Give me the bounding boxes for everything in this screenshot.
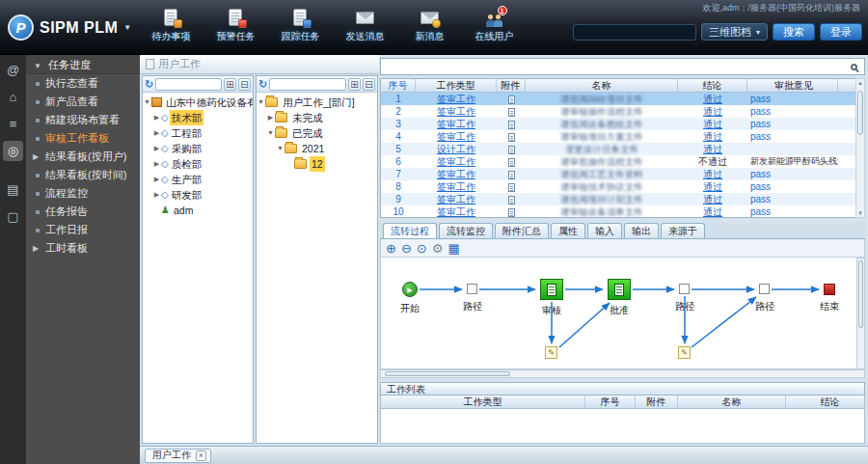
library-icon[interactable]: ▤ bbox=[3, 179, 23, 200]
tab-attachments[interactable]: 附件汇总 bbox=[495, 223, 549, 238]
scrollbar-thumb[interactable] bbox=[857, 91, 863, 135]
refresh-icon[interactable]: ↻ bbox=[145, 79, 153, 90]
attachment-icon[interactable] bbox=[508, 183, 515, 192]
tree-node-company[interactable]: ▼ 山东中德药化设备有限公司 bbox=[143, 95, 253, 110]
data-icon[interactable]: ≡ bbox=[3, 114, 23, 134]
attachment-icon[interactable] bbox=[508, 196, 515, 205]
zoom-in-icon[interactable]: ⊕ bbox=[386, 242, 396, 255]
sidebar-item-result-by-time[interactable]: 结果看板(按时间) bbox=[26, 166, 140, 184]
attachment-icon[interactable] bbox=[508, 158, 515, 167]
table-row[interactable]: 4签审工作请审核项目方案文件通过pass bbox=[381, 130, 864, 143]
track-tasks-button[interactable]: 跟踪任务 bbox=[274, 8, 327, 43]
col-header-attachment[interactable]: 附件 bbox=[636, 396, 678, 408]
home-icon[interactable]: ⌂ bbox=[3, 87, 23, 107]
path-node[interactable] bbox=[679, 284, 690, 294]
global-search-input[interactable] bbox=[573, 24, 696, 41]
col-header-opinion[interactable]: 审批意见 bbox=[747, 79, 838, 92]
search-button[interactable]: 搜索 bbox=[773, 23, 815, 41]
attachment-icon[interactable] bbox=[508, 133, 515, 142]
attachment-icon[interactable] bbox=[508, 171, 515, 179]
tab-user-work[interactable]: 用户工作 bbox=[146, 57, 201, 71]
dashboard-icon[interactable]: ◎ bbox=[3, 141, 23, 161]
tree-node-finished[interactable]: ▼ 已完成 bbox=[257, 125, 377, 141]
table-row[interactable]: 9签审工作请批阅项目计划文件通过pass bbox=[381, 193, 864, 205]
start-node[interactable]: ▶ bbox=[402, 282, 418, 297]
work-filter-input[interactable] bbox=[381, 60, 851, 73]
table-row[interactable]: 3签审工作请批阅设备图纸文件通过pass bbox=[381, 118, 864, 130]
tree-node-dept[interactable]: ▶ ◇ 质检部 bbox=[143, 156, 253, 172]
table-row[interactable]: 10签审工作请审核设备清单文件通过pass bbox=[381, 205, 864, 218]
scroll-down-icon[interactable]: ▼ bbox=[856, 210, 864, 216]
tree-node-dept[interactable]: ▶ ◇ 技术部 bbox=[143, 110, 253, 125]
diagram-scrollbar[interactable] bbox=[856, 258, 865, 369]
col-header-type[interactable]: 工作类型 bbox=[416, 79, 497, 92]
form-icon[interactable]: ✎ bbox=[545, 346, 557, 359]
doc-type-dropdown[interactable]: 三维图档 ▾ bbox=[701, 23, 768, 41]
table-row[interactable]: 1签审工作请批阅回收项目文件通过pass bbox=[381, 93, 864, 105]
search-icon[interactable] bbox=[851, 64, 857, 70]
tree-node-year[interactable]: ▼ 2021 bbox=[257, 141, 377, 156]
tab-properties[interactable]: 属性 bbox=[551, 223, 585, 238]
org-tree-filter-input[interactable] bbox=[155, 78, 222, 91]
col-header-attachment[interactable]: 附件 bbox=[497, 79, 526, 92]
table-row[interactable]: 6签审工作请审批操作流程文件不通过新发新能源甲醇码头残液回收项目操作流程2021… bbox=[381, 155, 864, 168]
expand-all-icon[interactable]: ⊞ bbox=[224, 78, 236, 91]
collapse-all-icon[interactable]: ⊟ bbox=[238, 78, 251, 91]
table-row[interactable]: 5设计工作变更设计任务文件通过 bbox=[381, 143, 864, 155]
new-message-button[interactable]: 新消息 bbox=[403, 8, 456, 43]
bottom-tab-user-work[interactable]: 用户工作 × bbox=[145, 449, 211, 463]
sidebar-item-process-monitor[interactable]: 流程监控 bbox=[26, 184, 140, 203]
tree-node-dept[interactable]: ▶ ◇ 工程部 bbox=[143, 125, 253, 141]
sidebar-item-task-report[interactable]: 任务报告 bbox=[26, 203, 140, 221]
zoom-out-icon[interactable]: ⊖ bbox=[401, 242, 412, 255]
col-header-no[interactable]: 序号 bbox=[381, 79, 416, 92]
tree-node-root-folder[interactable]: ▼ 用户工作_[部门] bbox=[257, 95, 377, 110]
scrollbar-thumb[interactable] bbox=[385, 371, 510, 376]
path-node[interactable] bbox=[467, 284, 477, 294]
sidebar-item-site-layout[interactable]: 精建现场布置看 bbox=[26, 111, 140, 129]
col-header-result[interactable]: 结论 bbox=[678, 79, 747, 92]
form-icon[interactable]: ✎ bbox=[678, 346, 691, 359]
scrollbar-thumb[interactable] bbox=[858, 260, 863, 328]
approve-node[interactable] bbox=[608, 279, 631, 300]
attachment-icon[interactable] bbox=[508, 146, 515, 154]
close-icon[interactable]: × bbox=[196, 450, 206, 461]
sidebar-item-hours-board[interactable]: ▶ 工时看板 bbox=[26, 239, 140, 258]
table-row[interactable]: 7签审工作请批阅工艺文件资料通过pass bbox=[381, 168, 864, 180]
tab-input[interactable]: 输入 bbox=[587, 223, 622, 238]
end-node[interactable] bbox=[824, 284, 835, 295]
path-node[interactable] bbox=[759, 284, 770, 294]
tree-node-unfinished[interactable]: ▶ 未完成 bbox=[257, 110, 377, 125]
tab-output[interactable]: 输出 bbox=[624, 223, 659, 238]
col-header-name[interactable]: 名称 bbox=[526, 79, 678, 92]
chat-icon[interactable]: @ bbox=[3, 60, 23, 80]
send-message-button[interactable]: 发送消息 bbox=[339, 8, 392, 43]
tree-node-month[interactable]: 12 bbox=[257, 156, 377, 172]
online-users-button[interactable]: 1 在线用户 bbox=[468, 8, 521, 43]
scroll-up-icon[interactable]: ▲ bbox=[856, 80, 864, 86]
col-header-name[interactable]: 名称 bbox=[678, 396, 786, 408]
settings-gear-icon[interactable]: ⚙ bbox=[432, 242, 444, 255]
table-row[interactable]: 8签审工作请审核技术协议文件通过pass bbox=[381, 180, 864, 193]
diagram-h-scrollbar[interactable] bbox=[380, 369, 865, 378]
col-header-result[interactable]: 结论 bbox=[786, 396, 868, 408]
sidebar-item-new-product[interactable]: 新产品查看 bbox=[26, 93, 140, 111]
todo-items-button[interactable]: 待办事项 bbox=[145, 8, 198, 43]
alert-tasks-button[interactable]: 预警任务 bbox=[209, 8, 262, 43]
tree-node-dept[interactable]: ▶ ◇ 采购部 bbox=[143, 141, 253, 156]
tab-flow-monitor[interactable]: 流转监控 bbox=[439, 223, 493, 238]
attachment-icon[interactable] bbox=[508, 108, 515, 117]
attachment-icon[interactable] bbox=[508, 121, 515, 129]
folder-tree-filter-input[interactable] bbox=[269, 78, 346, 91]
expand-all-icon[interactable]: ⊞ bbox=[348, 78, 361, 91]
sidebar-item-result-by-user[interactable]: ▶ 结果看板(按用户) bbox=[26, 148, 140, 166]
sidebar-item-review-board[interactable]: 审核工作看板 bbox=[26, 129, 140, 148]
app-logo[interactable]: P SIPM PLM ▼ bbox=[8, 14, 131, 41]
tree-node-dept[interactable]: ▶ ◇ 生产部 bbox=[143, 172, 253, 187]
attachment-icon[interactable] bbox=[508, 96, 515, 104]
tab-source[interactable]: 来源于 bbox=[661, 223, 705, 238]
col-header-no[interactable]: 序号 bbox=[585, 396, 636, 408]
col-header-type[interactable]: 工作类型 bbox=[381, 396, 585, 408]
review-node[interactable] bbox=[540, 279, 563, 300]
refresh-icon[interactable]: ↻ bbox=[258, 79, 267, 90]
